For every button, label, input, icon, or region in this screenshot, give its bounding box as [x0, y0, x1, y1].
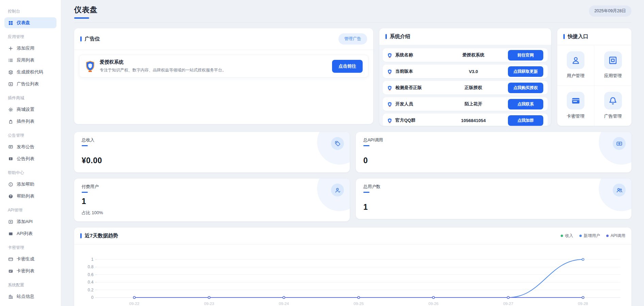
quick-entry-card-solid[interactable]: 卡密管理	[557, 86, 594, 126]
shield-icon	[387, 53, 392, 58]
card-lines-icon	[8, 269, 13, 274]
sidebar: 控制台仪表盘应用管理添加应用应用列表生成授权代码广告位列表插件商城商城设置插件列…	[0, 0, 61, 306]
sidebar-item-card-lines[interactable]: 卡密列表	[4, 266, 56, 276]
svg-text:09-25: 09-25	[353, 302, 364, 306]
info-icon	[8, 182, 13, 187]
dashboard-icon	[8, 20, 13, 26]
sidebar-item-bag[interactable]: 插件列表	[4, 116, 56, 127]
svg-text:09-27: 09-27	[503, 302, 513, 306]
chart-title: 近7天数据趋势	[85, 233, 118, 239]
stats-row-2: 付费用户1占比 100%总用户数1	[74, 178, 631, 221]
accent-bar	[563, 34, 565, 39]
sidebar-item-chat-alert[interactable]: 公告列表	[4, 153, 56, 164]
system-row-button[interactable]: 点我获取更新	[508, 66, 543, 77]
ad-item[interactable]: 爱授权系统 专注于知识产权、数字内容、品牌权益等领域的一站式授权服务平台。 点击…	[79, 55, 368, 78]
system-row-button[interactable]: 前往官网	[508, 50, 543, 61]
gear-icon	[8, 107, 13, 112]
ad-description: 专注于知识产权、数字内容、品牌权益等领域的一站式授权服务平台。	[100, 67, 328, 73]
square-fill-icon	[8, 231, 13, 236]
accent-bar	[385, 34, 387, 39]
system-row-button[interactable]: 点我购买授权	[508, 83, 543, 93]
quick-entry-title-wrap: 快捷入口	[563, 33, 588, 40]
system-row-value: V3.0	[439, 69, 508, 74]
bag-icon	[8, 119, 13, 124]
manage-ads-button[interactable]: 管理广告	[338, 33, 367, 45]
sidebar-item-label: 添加应用	[17, 45, 34, 51]
sidebar-nav: 控制台仪表盘应用管理添加应用应用列表生成授权代码广告位列表插件商城商城设置插件列…	[4, 8, 56, 306]
sidebar-item-question[interactable]: 帮助列表	[4, 191, 56, 202]
quick-entry-card: 快捷入口 用户管理应用管理卡密管理广告管理	[557, 28, 631, 126]
chart-card: 近7天数据趋势 收入新增用户API调用 00.20.40.60.8109-220…	[74, 227, 631, 306]
chat-alert-icon	[8, 156, 13, 162]
system-row-button[interactable]: 点我联系	[508, 99, 543, 109]
sidebar-section-label: 插件商城	[8, 95, 53, 101]
sidebar-item-label: 卡密列表	[17, 268, 34, 274]
sidebar-item-square-fill[interactable]: API列表	[4, 228, 56, 239]
ad-go-button[interactable]: 点击前往	[332, 60, 363, 73]
shield-icon	[387, 85, 392, 90]
system-rows: 系统名称爱授权系统前往官网当前版本V3.0点我获取更新检测是否正版正版授权点我购…	[379, 45, 551, 126]
sidebar-item-info[interactable]: 添加帮助	[4, 179, 56, 190]
sidebar-item-gear[interactable]: 商城设置	[4, 104, 56, 115]
sidebar-section-label: 系统配置	[8, 282, 53, 288]
sidebar-item-label: 帮助列表	[17, 193, 34, 199]
sidebar-item-ad-square[interactable]: 广告位列表	[4, 79, 56, 89]
sidebar-section-label: 控制台	[8, 8, 53, 14]
legend-label: 收入	[565, 233, 573, 239]
system-row-value: 爱授权系统	[439, 52, 508, 58]
stat-label-underline	[363, 192, 369, 193]
quick-entry-bell[interactable]: 广告管理	[594, 86, 631, 126]
sidebar-item-card[interactable]: 卡密生成	[4, 254, 56, 265]
plus-icon	[8, 46, 13, 51]
quick-grid: 用户管理应用管理卡密管理广告管理	[557, 45, 631, 126]
sidebar-item-chat[interactable]: 发布公告	[4, 141, 56, 152]
top-row: 广告位 管理广告 爱授权系统 专注于知识产权、数字内容、品牌权益等领域的一站式授…	[74, 28, 631, 126]
sidebar-item-building[interactable]: 站点信息	[4, 291, 56, 302]
system-row-label: 检测是否正版	[395, 85, 439, 91]
svg-text:09-24: 09-24	[279, 302, 289, 306]
stat-label: 总用户数	[363, 184, 624, 190]
legend-item[interactable]: 收入	[561, 233, 573, 239]
shield-icon	[387, 102, 392, 107]
system-row: 当前版本V3.0点我获取更新	[383, 65, 548, 78]
sidebar-item-layers[interactable]: 生成授权代码	[4, 67, 56, 78]
sidebar-item-square-x[interactable]: 添加API	[4, 216, 56, 227]
chat-icon	[8, 144, 13, 150]
date-badge: 2025年09月28日	[589, 5, 631, 17]
sidebar-section-label: 公告管理	[8, 133, 53, 138]
sidebar-item-dashboard[interactable]: 仪表盘	[4, 17, 56, 28]
sidebar-item-plus[interactable]: 添加应用	[4, 43, 56, 54]
stat-card-user-check: 付费用户1占比 100%	[74, 178, 350, 221]
quick-entry-header: 快捷入口	[557, 28, 631, 45]
stat-card-tag: 总收入¥0.00	[74, 132, 350, 172]
sidebar-item-label: 添加API	[17, 219, 33, 225]
app-icon	[604, 51, 622, 69]
legend-item[interactable]: 新增用户	[579, 233, 600, 239]
main-content: 仪表盘 2025年09月28日 广告位 管理广告	[61, 0, 644, 306]
sidebar-item-label: 仪表盘	[17, 20, 30, 26]
system-row: 开发人员陌上花开点我联系	[383, 97, 548, 111]
stat-label: 总收入	[82, 137, 342, 143]
system-row: 检测是否正版正版授权点我购买授权	[383, 81, 548, 95]
sidebar-item-card[interactable]: 支付配置	[4, 303, 56, 306]
list-icon	[8, 58, 13, 63]
main-header: 仪表盘 2025年09月28日	[74, 5, 631, 23]
stat-sub: 占比 100%	[82, 210, 342, 216]
bell-icon	[604, 92, 622, 109]
legend-dot	[579, 235, 582, 237]
card-solid-icon	[567, 92, 584, 109]
card-icon	[8, 257, 13, 262]
title-underline	[74, 17, 89, 19]
legend-item[interactable]: API调用	[606, 233, 625, 239]
stat-value: 0	[363, 156, 624, 165]
system-row-button[interactable]: 点我加群	[508, 115, 543, 126]
tag-icon	[331, 137, 344, 150]
sidebar-section-label: 卡密管理	[8, 245, 53, 251]
quick-entry-user[interactable]: 用户管理	[557, 45, 594, 86]
sidebar-item-label: 广告位列表	[17, 81, 39, 87]
quick-entry-app[interactable]: 应用管理	[594, 45, 631, 86]
stat-value: ¥0.00	[82, 156, 342, 165]
legend-label: API调用	[611, 233, 625, 239]
sidebar-item-label: 发布公告	[17, 144, 34, 150]
sidebar-item-list[interactable]: 应用列表	[4, 55, 56, 66]
